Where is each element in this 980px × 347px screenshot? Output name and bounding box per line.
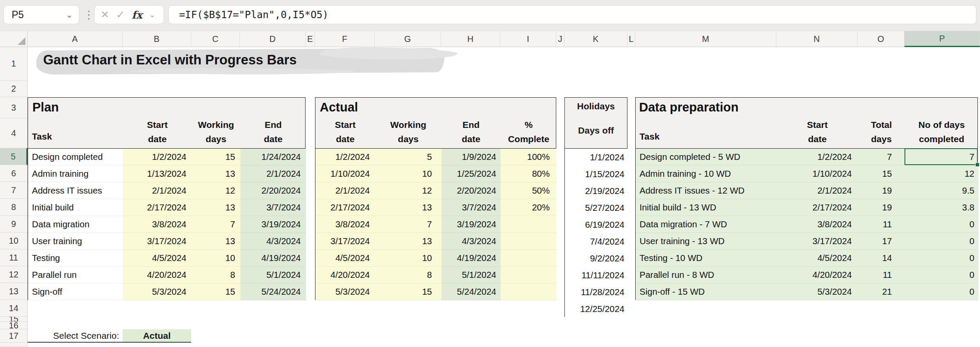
- column-header-l[interactable]: L: [627, 31, 635, 47]
- plan-cell-task[interactable]: Design completed: [28, 149, 123, 166]
- row-header-8[interactable]: 8: [0, 199, 27, 216]
- actual-cell-end[interactable]: 2/20/2024: [441, 182, 501, 199]
- actual-cell-days[interactable]: 13: [375, 199, 441, 216]
- actual-cell-end[interactable]: 4/3/2024: [441, 233, 501, 250]
- prep-cell-completed[interactable]: 0: [905, 216, 978, 233]
- prep-cell-total[interactable]: 7: [858, 149, 905, 166]
- row-header-3[interactable]: 3: [0, 97, 27, 118]
- actual-header-end[interactable]: End date: [441, 117, 501, 147]
- actual-cell-start[interactable]: 3/17/2024: [315, 233, 375, 250]
- column-header-h[interactable]: H: [441, 31, 500, 47]
- holidays-cell-date[interactable]: 5/27/2024: [565, 199, 628, 216]
- prep-cell-start[interactable]: 3/17/2024: [777, 233, 858, 250]
- column-header-f[interactable]: F: [315, 31, 375, 47]
- select-all-corner[interactable]: [0, 31, 28, 47]
- plan-cell-task[interactable]: Address IT issues: [28, 182, 123, 199]
- plan-cell-start[interactable]: 5/3/2024: [123, 283, 192, 300]
- prep-cell-total[interactable]: 14: [858, 250, 905, 267]
- plan-cell-task[interactable]: Sign-off: [28, 283, 123, 300]
- row-header-10[interactable]: 10: [0, 232, 27, 249]
- plan-cell-days[interactable]: 12: [192, 182, 240, 199]
- actual-cell-complete[interactable]: [501, 283, 557, 300]
- insert-function-icon[interactable]: fx: [132, 9, 142, 21]
- prep-cell-completed[interactable]: 0: [905, 233, 978, 250]
- prep-cell-total[interactable]: 21: [858, 283, 905, 300]
- plan-cell-end[interactable]: 1/24/2024: [240, 149, 306, 166]
- plan-cell-task[interactable]: Parallel run: [28, 267, 123, 283]
- actual-cell-start[interactable]: 1/2/2024: [315, 149, 375, 166]
- row-header-11[interactable]: 11: [0, 249, 27, 266]
- plan-header-task[interactable]: Task: [28, 115, 123, 148]
- actual-cell-end[interactable]: 4/19/2024: [441, 250, 501, 267]
- plan-cell-end[interactable]: 3/7/2024: [240, 199, 306, 216]
- actual-cell-days[interactable]: 12: [375, 182, 441, 199]
- prep-cell-task[interactable]: Data migration - 7 WD: [636, 216, 777, 233]
- plan-cell-start[interactable]: 4/20/2024: [123, 267, 192, 283]
- plan-cell-start[interactable]: 3/8/2024: [123, 216, 192, 233]
- prep-header-task[interactable]: Task: [636, 115, 777, 148]
- prep-cell-task[interactable]: Sign-off - 15 WD: [636, 283, 777, 300]
- prep-cell-start[interactable]: 5/3/2024: [777, 283, 858, 300]
- prep-cell-start[interactable]: 4/5/2024: [777, 250, 858, 267]
- column-header-o[interactable]: O: [857, 31, 904, 47]
- column-header-j[interactable]: J: [556, 31, 564, 47]
- prep-cell-start[interactable]: 2/17/2024: [777, 199, 858, 216]
- actual-cell-complete[interactable]: 80%: [501, 166, 557, 182]
- prep-cell-task[interactable]: Design completed - 5 WD: [636, 149, 777, 166]
- plan-cell-days[interactable]: 15: [192, 149, 240, 166]
- plan-cell-start[interactable]: 2/1/2024: [123, 182, 192, 199]
- column-header-n[interactable]: N: [776, 31, 857, 47]
- plan-cell-end[interactable]: 2/1/2024: [240, 166, 306, 182]
- plan-cell-end[interactable]: 4/19/2024: [240, 250, 306, 267]
- prep-cell-total[interactable]: 17: [858, 233, 905, 250]
- plan-header-days[interactable]: Working days: [192, 117, 240, 147]
- plan-cell-end[interactable]: 5/24/2024: [240, 283, 306, 300]
- column-header-b[interactable]: B: [123, 31, 191, 47]
- prep-header-start[interactable]: Start date: [777, 117, 858, 147]
- fx-chevron-icon[interactable]: ⌄: [149, 10, 155, 19]
- prep-header-completed[interactable]: No of days completed: [905, 117, 978, 147]
- column-header-i[interactable]: I: [500, 31, 556, 47]
- row-header-clipped[interactable]: [0, 343, 27, 347]
- actual-cell-complete[interactable]: [501, 216, 557, 233]
- plan-cell-end[interactable]: 3/19/2024: [240, 216, 306, 233]
- plan-cell-start[interactable]: 3/17/2024: [123, 233, 192, 250]
- actual-cell-days[interactable]: 10: [375, 166, 441, 182]
- prep-cell-completed[interactable]: 0: [905, 283, 978, 300]
- fill-handle[interactable]: [975, 162, 980, 167]
- holidays-subtitle[interactable]: Days off: [565, 125, 627, 136]
- prep-cell-task[interactable]: Testing - 10 WD: [636, 250, 777, 267]
- row-header-9[interactable]: 9: [0, 216, 27, 232]
- row-header-7[interactable]: 7: [0, 182, 27, 199]
- plan-cell-task[interactable]: User training: [28, 233, 123, 250]
- plan-cell-days[interactable]: 7: [192, 216, 240, 233]
- actual-cell-end[interactable]: 3/7/2024: [441, 199, 501, 216]
- plan-cell-start[interactable]: 1/13/2024: [123, 166, 192, 182]
- column-header-m[interactable]: M: [635, 31, 776, 47]
- actual-cell-start[interactable]: 4/20/2024: [315, 267, 375, 283]
- plan-cell-end[interactable]: 2/20/2024: [240, 182, 306, 199]
- holidays-cell-date[interactable]: 11/28/2024: [565, 283, 628, 300]
- prep-cell-completed[interactable]: 0: [905, 250, 978, 267]
- name-box[interactable]: P5 ⌄: [3, 5, 79, 24]
- plan-cell-start[interactable]: 1/2/2024: [123, 149, 192, 166]
- actual-cell-start[interactable]: 3/8/2024: [315, 216, 375, 233]
- plan-cell-end[interactable]: 4/3/2024: [240, 233, 306, 250]
- actual-cell-complete[interactable]: [501, 233, 557, 250]
- row-header-12[interactable]: 12: [0, 266, 27, 283]
- plan-cell-days[interactable]: 13: [192, 233, 240, 250]
- column-header-p[interactable]: P: [904, 31, 980, 47]
- row-header-6[interactable]: 6: [0, 165, 27, 182]
- prep-cell-start[interactable]: 3/8/2024: [777, 216, 858, 233]
- holidays-cell-date[interactable]: 9/2/2024: [565, 250, 628, 267]
- column-header-g[interactable]: G: [375, 31, 441, 47]
- prep-cell-start[interactable]: 4/20/2024: [777, 267, 858, 283]
- row-header-1[interactable]: 1: [0, 47, 27, 81]
- plan-cell-start[interactable]: 2/17/2024: [123, 199, 192, 216]
- row-header-16[interactable]: 16: [0, 322, 27, 329]
- formula-input[interactable]: =IF($B$17="Plan",0,I5*O5): [168, 5, 977, 24]
- prep-cell-completed[interactable]: 12: [905, 166, 978, 182]
- plan-cell-days[interactable]: 13: [192, 199, 240, 216]
- plan-cell-days[interactable]: 15: [192, 283, 240, 300]
- actual-cell-end[interactable]: 1/25/2024: [441, 166, 501, 182]
